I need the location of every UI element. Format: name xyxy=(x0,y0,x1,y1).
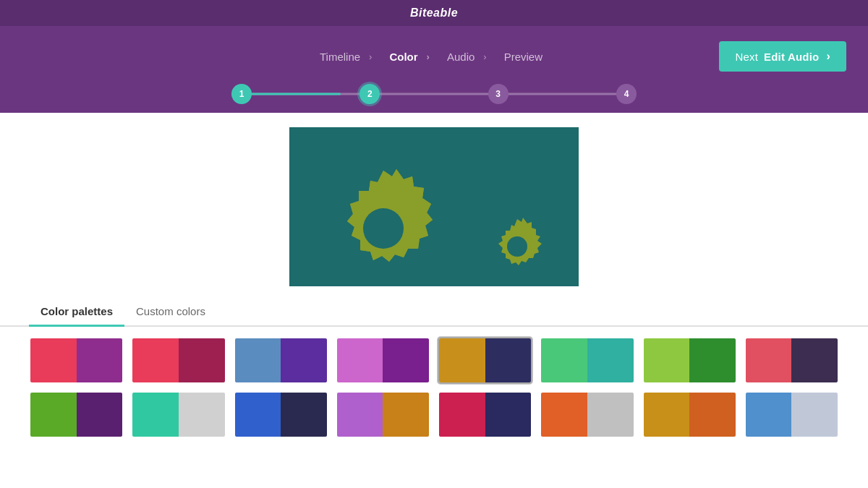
color-half xyxy=(587,338,634,382)
color-half xyxy=(77,393,123,437)
palette-swatch-1[interactable] xyxy=(29,337,124,384)
preview-svg xyxy=(289,127,579,286)
color-half xyxy=(235,338,281,382)
palette-swatch-13[interactable] xyxy=(438,391,532,438)
nav-step-timeline[interactable]: Timeline› xyxy=(311,51,380,63)
color-half xyxy=(132,393,179,437)
color-half xyxy=(541,338,587,382)
edit-audio-label: Edit Audio xyxy=(764,51,819,63)
color-half xyxy=(337,338,383,382)
palette-swatch-15[interactable] xyxy=(642,391,737,438)
palette-swatch-11[interactable] xyxy=(234,391,328,438)
color-half xyxy=(281,393,327,437)
svg-rect-0 xyxy=(289,127,579,286)
progress-dot-color[interactable]: 2 xyxy=(359,84,380,104)
color-half xyxy=(439,338,485,382)
color-half xyxy=(485,338,532,382)
palette-swatch-16[interactable] xyxy=(744,391,839,438)
color-half xyxy=(746,338,792,382)
progress-area: 1234 xyxy=(0,87,868,113)
color-half xyxy=(337,393,383,437)
color-half xyxy=(587,393,634,437)
palette-swatch-3[interactable] xyxy=(234,337,328,384)
tab-custom-colors[interactable]: Custom colors xyxy=(124,298,217,327)
palette-swatch-7[interactable] xyxy=(642,337,737,384)
nav-step-audio[interactable]: Audio› xyxy=(438,51,495,63)
palette-swatch-4[interactable] xyxy=(336,337,430,384)
color-half xyxy=(791,393,838,437)
palette-grid xyxy=(0,327,868,438)
next-edit-audio-button[interactable]: Next Edit Audio › xyxy=(719,41,846,72)
nav-chevron-icon: › xyxy=(369,51,372,62)
palette-swatch-9[interactable] xyxy=(29,391,124,438)
color-half xyxy=(644,338,690,382)
nav-bar: Timeline›Color›Audio›Preview Next Edit A… xyxy=(0,26,868,87)
palette-swatch-8[interactable] xyxy=(744,337,839,384)
color-half xyxy=(30,393,77,437)
nav-step-label-preview: Preview xyxy=(504,51,542,63)
svg-point-2 xyxy=(363,208,404,249)
palette-swatch-2[interactable] xyxy=(131,337,226,384)
next-label: Next xyxy=(735,51,758,63)
tabs-container: Color palettesCustom colors xyxy=(0,298,868,327)
progress-dot-audio[interactable]: 3 xyxy=(488,84,509,104)
preview-container xyxy=(289,127,579,286)
nav-steps: Timeline›Color›Audio›Preview xyxy=(311,51,557,63)
palette-swatch-6[interactable] xyxy=(540,337,634,384)
color-half xyxy=(689,338,736,382)
color-half xyxy=(541,393,587,437)
palette-swatch-10[interactable] xyxy=(131,391,226,438)
nav-step-color[interactable]: Color› xyxy=(380,51,438,63)
brand-bar: Biteable xyxy=(0,0,868,26)
svg-point-3 xyxy=(507,236,527,257)
progress-dot-preview[interactable]: 4 xyxy=(616,84,637,104)
nav-step-label-audio: Audio xyxy=(447,51,475,63)
progress-line-container: 1234 xyxy=(0,87,868,101)
color-half xyxy=(791,338,838,382)
palette-swatch-5[interactable] xyxy=(438,337,532,384)
color-half xyxy=(132,338,179,382)
progress-dot-timeline[interactable]: 1 xyxy=(231,84,252,104)
color-half xyxy=(281,338,327,382)
color-half xyxy=(689,393,736,437)
tab-color-palettes[interactable]: Color palettes xyxy=(29,298,124,327)
nav-step-label-color: Color xyxy=(389,51,417,63)
color-half xyxy=(644,393,690,437)
nav-chevron-icon: › xyxy=(427,51,430,62)
color-half xyxy=(439,393,485,437)
color-half xyxy=(383,393,429,437)
main-content: Color palettesCustom colors xyxy=(0,113,868,488)
color-half xyxy=(179,338,225,382)
color-half xyxy=(485,393,532,437)
color-half xyxy=(179,393,225,437)
color-half xyxy=(235,393,281,437)
nav-step-label-timeline: Timeline xyxy=(320,51,360,63)
palette-swatch-14[interactable] xyxy=(540,391,634,438)
nav-step-preview[interactable]: Preview xyxy=(495,51,557,63)
chevron-right-icon: › xyxy=(826,50,830,63)
brand-name: Biteable xyxy=(410,7,458,20)
color-half xyxy=(77,338,123,382)
color-half xyxy=(30,338,77,382)
color-half xyxy=(383,338,429,382)
nav-chevron-icon: › xyxy=(483,51,486,62)
palette-swatch-12[interactable] xyxy=(336,391,430,438)
color-half xyxy=(746,393,792,437)
progress-dots: 1234 xyxy=(231,84,637,104)
